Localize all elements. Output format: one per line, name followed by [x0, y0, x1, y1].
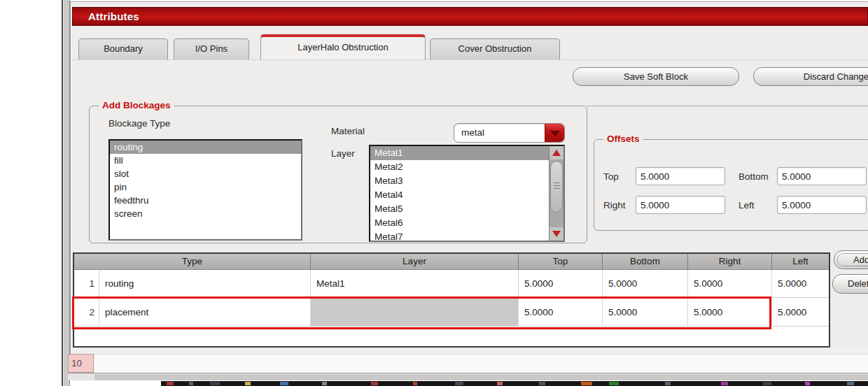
table-row[interactable]: 1 routing Metal1 5.0000 5.0000 5.0000 5.…: [74, 270, 829, 298]
add-blockages-legend: Add Blockages: [99, 100, 174, 110]
save-soft-block-button[interactable]: Save Soft Block: [573, 67, 739, 86]
scrollbar-thumb[interactable]: [550, 161, 563, 213]
list-item-fill[interactable]: fill: [110, 154, 301, 167]
top-cell[interactable]: 5.0000: [519, 270, 603, 298]
offset-bottom-input[interactable]: [777, 167, 867, 185]
row-number-cell: 1: [74, 270, 99, 298]
list-item-metal7[interactable]: Metal7: [370, 230, 549, 242]
list-item-metal6[interactable]: Metal6: [370, 216, 549, 230]
column-header-type: Type: [74, 254, 311, 270]
horizontal-scrollbar-track[interactable]: [94, 373, 868, 380]
material-selected-value: metal: [461, 124, 484, 142]
bottom-corner: [68, 373, 94, 380]
tab-label: Boundary: [104, 43, 143, 54]
discard-changes-button[interactable]: Discard Changes to Soft Block: [753, 67, 868, 86]
right-cell[interactable]: 5.0000: [688, 298, 772, 327]
list-item-metal1[interactable]: Metal1: [370, 146, 549, 160]
list-item-pin[interactable]: pin: [110, 180, 301, 194]
column-header-bottom: Bottom: [603, 254, 688, 270]
list-item-routing[interactable]: routing: [110, 141, 301, 154]
table-row[interactable]: 2 placement 5.0000 5.0000 5.0000 5.0000: [74, 298, 829, 327]
list-item-feedthru[interactable]: feedthru: [110, 194, 301, 207]
blockage-type-label: Blockage Type: [108, 118, 170, 129]
top-cell[interactable]: 5.0000: [519, 298, 603, 327]
focus-ring: [837, 253, 868, 266]
arrow-up-icon: [552, 150, 561, 156]
tab-io-pins[interactable]: I/O Pins: [174, 38, 249, 59]
delete-button[interactable]: Delete: [832, 274, 868, 294]
layer-listbox[interactable]: Metal1 Metal2 Metal3 Metal4 Metal5 Metal…: [369, 145, 565, 242]
group-border-extension: [587, 106, 868, 106]
list-item-metal2[interactable]: Metal2: [370, 160, 549, 174]
background-window-edge: [161, 381, 868, 386]
bottom-cell[interactable]: 5.0000: [603, 298, 688, 327]
offset-bottom-label: Bottom: [738, 171, 769, 182]
offsets-legend: Offsets: [603, 134, 643, 144]
column-header-top: Top: [519, 254, 603, 270]
list-item-metal5[interactable]: Metal5: [370, 202, 549, 216]
tab-label: I/O Pins: [195, 43, 227, 54]
layer-cell[interactable]: [311, 298, 519, 327]
offset-top-input[interactable]: [636, 167, 725, 185]
scroll-down-button[interactable]: [550, 227, 564, 241]
delete-button-label: Delete: [848, 278, 868, 289]
dialog-titlebar[interactable]: Attributes: [72, 7, 868, 26]
offset-left-label: Left: [738, 200, 755, 210]
tab-label: LayerHalo Obstruction: [298, 42, 388, 52]
bottom-empty-row: [94, 354, 868, 373]
arrow-down-icon: [552, 231, 561, 237]
dropdown-arrow-button[interactable]: [545, 124, 564, 142]
vertical-splitter[interactable]: [62, 0, 70, 386]
bottom-cell[interactable]: 5.0000: [603, 270, 688, 298]
offset-left-input[interactable]: [777, 196, 867, 214]
blockage-table: Type Layer Top Bottom Right Left 1 routi…: [73, 252, 830, 348]
bottom-spacer: [72, 348, 868, 354]
dialog-title: Attributes: [88, 10, 139, 22]
column-header-layer: Layer: [311, 254, 519, 270]
type-cell[interactable]: routing: [99, 270, 311, 298]
right-cell[interactable]: 5.0000: [688, 270, 772, 298]
scroll-up-button[interactable]: [550, 146, 564, 159]
chevron-down-icon: [550, 131, 560, 136]
column-header-right: Right: [688, 254, 772, 270]
table-header-row: Type Layer Top Bottom Right Left: [74, 254, 829, 270]
tab-label: Cover Obstruction: [458, 43, 532, 54]
list-item-metal3[interactable]: Metal3: [370, 174, 549, 188]
list-item-metal4[interactable]: Metal4: [370, 188, 549, 202]
material-label: Material: [331, 126, 365, 136]
tab-boundary[interactable]: Boundary: [78, 38, 168, 59]
add-button[interactable]: Add: [834, 250, 868, 269]
tab-baseline: [72, 59, 868, 60]
column-header-left: Left: [772, 254, 829, 270]
left-cell[interactable]: 5.0000: [772, 270, 829, 298]
offset-right-label: Right: [603, 200, 626, 210]
left-cell[interactable]: 5.0000: [772, 298, 829, 327]
offset-right-input[interactable]: [636, 196, 725, 214]
row-number-cell: 2: [74, 298, 99, 327]
tab-cover-obstruction[interactable]: Cover Obstruction: [430, 38, 560, 59]
thumb-grip-icon: [554, 183, 560, 190]
layer-scrollbar[interactable]: [549, 146, 564, 241]
offset-top-label: Top: [603, 171, 619, 182]
row-counter-cell[interactable]: 10: [68, 354, 94, 373]
material-dropdown[interactable]: metal: [454, 123, 565, 143]
blockage-type-listbox[interactable]: routing fill slot pin feedthru screen: [108, 139, 302, 241]
layer-label: Layer: [331, 148, 355, 159]
tab-layerhalo-obstruction[interactable]: LayerHalo Obstruction: [260, 34, 426, 59]
type-cell[interactable]: placement: [99, 298, 311, 327]
list-item-screen[interactable]: screen: [110, 207, 301, 220]
list-item-slot[interactable]: slot: [110, 167, 301, 180]
layer-cell[interactable]: Metal1: [311, 270, 519, 298]
